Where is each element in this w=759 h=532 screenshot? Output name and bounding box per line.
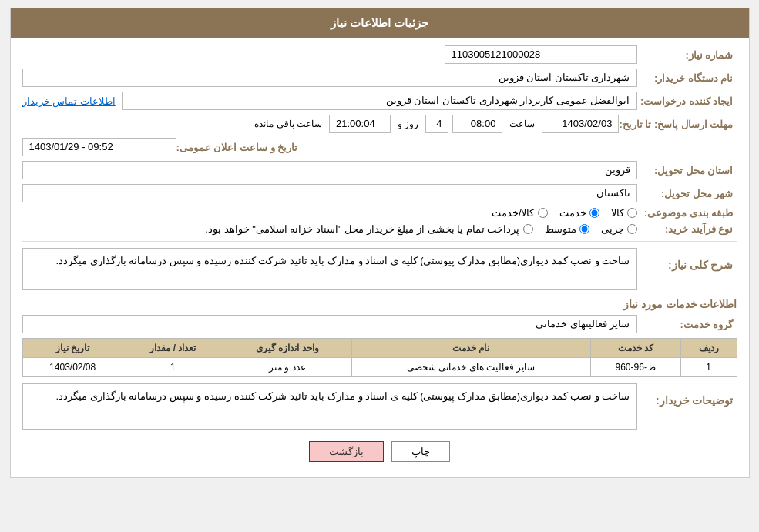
- cell-qty: 1: [123, 358, 223, 377]
- back-button[interactable]: بازگشت: [309, 441, 384, 462]
- creator-value: ابوالفضل عمومی کاربردار شهرداری تاکستان …: [122, 92, 637, 110]
- deadline-days-label: روز و: [395, 119, 421, 129]
- print-button[interactable]: چاپ: [391, 441, 450, 462]
- purchase-type-radio-group: جزیی متوسط پرداخت تمام یا بخشی از مبلغ خ…: [22, 223, 637, 235]
- city-row: شهر محل تحویل: تاکستان: [22, 184, 737, 202]
- deadline-fields: 1403/02/03 ساعت 08:00 4 روز و 21:00:04 س…: [22, 115, 620, 133]
- table-body: 1 ط-96-960 سایر فعالیت های خدماتی شخصی ع…: [22, 358, 737, 377]
- category-label: طبقه بندی موضوعی:: [637, 207, 737, 219]
- purchase-type-row: نوع فرآیند خرید: جزیی متوسط پرداخت تمام …: [22, 223, 737, 235]
- purchase-type-radio-pardakht[interactable]: [523, 224, 533, 234]
- purchase-type-radio-motavaset[interactable]: [579, 224, 589, 234]
- deadline-days-value: 4: [425, 115, 448, 133]
- table-head: ردیف کد خدمت نام خدمت واحد اندازه گیری ت…: [22, 339, 737, 358]
- category-option-kala: کالا: [611, 207, 637, 219]
- category-option-kala-khedmat: کالا/خدمت: [492, 207, 548, 219]
- col-header-unit: واحد اندازه گیری: [223, 339, 351, 358]
- deadline-time-value: 08:00: [452, 115, 502, 133]
- table-header-row: ردیف کد خدمت نام خدمت واحد اندازه گیری ت…: [22, 339, 737, 358]
- creator-link[interactable]: اطلاعات تماس خریدار: [22, 95, 116, 107]
- divider-1: [22, 241, 737, 242]
- need-number-label: شماره نیاز:: [637, 49, 737, 61]
- need-number-row: شماره نیاز: 1103005121000028: [22, 45, 737, 64]
- content-area: شماره نیاز: 1103005121000028 نام دستگاه …: [11, 38, 749, 477]
- category-label-kala: کالا: [611, 207, 624, 219]
- buyer-desc-value: ساخت و نصب کمد دیواری(مطابق مدارک پیوستی…: [22, 383, 637, 430]
- purchase-type-label-motavaset: متوسط: [545, 223, 576, 235]
- deadline-row: مهلت ارسال پاسخ: تا تاریخ: 1403/02/03 سا…: [22, 115, 737, 133]
- services-section: اطلاعات خدمات مورد نیاز گروه خدمت: سایر …: [22, 298, 737, 377]
- cell-date: 1403/02/08: [22, 358, 123, 377]
- service-group-label: گروه خدمت:: [637, 319, 737, 330]
- col-header-row: ردیف: [680, 339, 737, 358]
- province-label: استان محل تحویل:: [637, 165, 737, 176]
- deadline-time-label: ساعت: [506, 119, 538, 129]
- org-name-label: نام دستگاه خریدار:: [637, 72, 737, 84]
- province-value: قزوین: [22, 161, 637, 179]
- cell-name: سایر فعالیت های خدماتی شخصی: [351, 358, 590, 377]
- category-radio-group: کالا خدمت کالا/خدمت: [22, 207, 637, 219]
- page-header: جزئیات اطلاعات نیاز: [11, 8, 749, 38]
- cell-row: 1: [680, 358, 737, 377]
- purchase-type-pardakht: پرداخت تمام یا بخشی از مبلغ خریدار محل "…: [205, 223, 532, 235]
- col-header-qty: تعداد / مقدار: [123, 339, 223, 358]
- province-row: استان محل تحویل: قزوین: [22, 161, 737, 179]
- purchase-type-label: نوع فرآیند خرید:: [637, 223, 737, 235]
- purchase-type-motavaset: متوسط: [545, 223, 589, 235]
- cell-code: ط-96-960: [590, 358, 680, 377]
- org-name-value: شهرداری تاکستان استان قزوین: [22, 69, 637, 87]
- table-row: 1 ط-96-960 سایر فعالیت های خدماتی شخصی ع…: [22, 358, 737, 377]
- purchase-type-label-pardakht: پرداخت تمام یا بخشی از مبلغ خریدار محل "…: [205, 223, 519, 235]
- general-desc-row: شرح کلی نیاز: ساخت و نصب کمد دیواری(مطاب…: [22, 248, 737, 290]
- city-value: تاکستان: [22, 184, 637, 202]
- page-title: جزئیات اطلاعات نیاز: [331, 16, 428, 29]
- category-radio-khedmat[interactable]: [589, 208, 599, 218]
- buyer-desc-label: توضیحات خریدار:: [637, 391, 737, 407]
- col-header-date: تاریخ نیاز: [22, 339, 123, 358]
- service-group-value: سایر فعالیتهای خدماتی: [22, 315, 637, 333]
- purchase-type-label-jozyi: جزیی: [601, 223, 624, 235]
- deadline-remaining-label: ساعت باقی مانده: [251, 119, 325, 129]
- category-radio-kala-khedmat[interactable]: [538, 208, 548, 218]
- category-label-khedmat: خدمت: [559, 207, 586, 219]
- services-table: ردیف کد خدمت نام خدمت واحد اندازه گیری ت…: [22, 338, 737, 377]
- announce-value: 1403/01/29 - 09:52: [22, 138, 176, 156]
- deadline-date-value: 1403/02/03: [542, 115, 619, 133]
- cell-unit: عدد و متر: [223, 358, 351, 377]
- category-option-khedmat: خدمت: [559, 207, 599, 219]
- creator-row: ایجاد کننده درخواست: ابوالفضل عمومی کارب…: [22, 92, 737, 110]
- need-number-value: 1103005121000028: [445, 45, 637, 64]
- city-label: شهر محل تحویل:: [637, 188, 737, 199]
- purchase-type-jozyi: جزیی: [601, 223, 637, 235]
- service-group-row: گروه خدمت: سایر فعالیتهای خدماتی: [22, 315, 737, 333]
- creator-label: ایجاد کننده درخواست:: [637, 95, 737, 107]
- general-desc-value: ساخت و نصب کمد دیواری(مطابق مدارک پیوستی…: [22, 248, 637, 290]
- deadline-remaining-value: 21:00:04: [329, 115, 391, 133]
- announce-row: تاریخ و ساعت اعلان عمومی: 1403/01/29 - 0…: [22, 138, 737, 156]
- category-label-kala-khedmat: کالا/خدمت: [492, 207, 535, 219]
- purchase-type-radio-jozyi[interactable]: [627, 224, 637, 234]
- main-container: جزئیات اطلاعات نیاز شماره نیاز: 11030051…: [10, 8, 750, 478]
- org-name-row: نام دستگاه خریدار: شهرداری تاکستان استان…: [22, 69, 737, 87]
- category-radio-kala[interactable]: [627, 208, 637, 218]
- services-title: اطلاعات خدمات مورد نیاز: [22, 298, 737, 310]
- buttons-row: چاپ بازگشت: [22, 441, 737, 462]
- col-header-code: کد خدمت: [590, 339, 680, 358]
- deadline-label: مهلت ارسال پاسخ: تا تاریخ:: [619, 119, 737, 130]
- category-row: طبقه بندی موضوعی: کالا خدمت کالا/خدمت: [22, 207, 737, 219]
- buyer-desc-row: توضیحات خریدار: ساخت و نصب کمد دیواری(مط…: [22, 383, 737, 430]
- general-desc-label: شرح کلی نیاز:: [637, 256, 737, 271]
- col-header-name: نام خدمت: [351, 339, 590, 358]
- announce-label: تاریخ و ساعت اعلان عمومی:: [176, 142, 302, 153]
- services-table-wrapper: ردیف کد خدمت نام خدمت واحد اندازه گیری ت…: [22, 338, 737, 377]
